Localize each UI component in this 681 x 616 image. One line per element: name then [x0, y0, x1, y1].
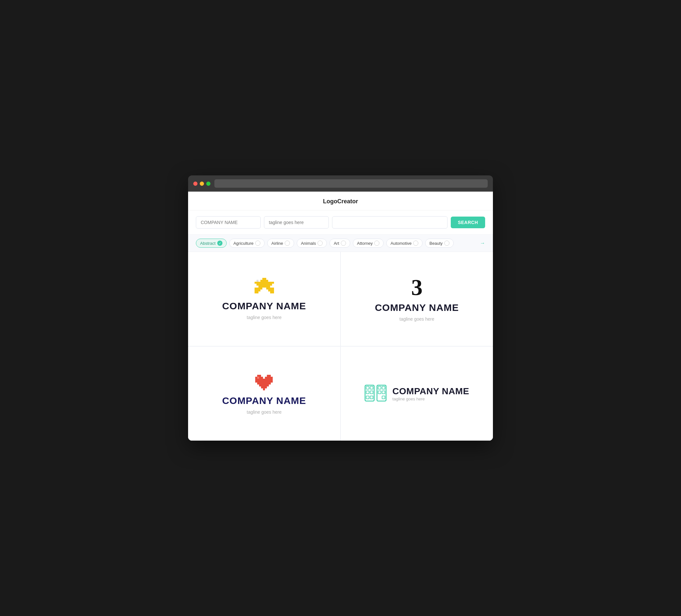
- filter-chip-agriculture[interactable]: Agriculture: [229, 239, 264, 248]
- traffic-lights: [193, 182, 210, 186]
- company-name-input[interactable]: [196, 216, 261, 229]
- tagline-input[interactable]: [264, 216, 329, 229]
- logo-4-text-group: COMPANY NAME tagline goes here: [393, 386, 469, 401]
- filter-chip-art[interactable]: Art: [329, 239, 350, 248]
- filter-label-airline: Airline: [272, 241, 283, 246]
- logo-card-4-inner: COMPANY NAME tagline goes here: [364, 384, 469, 403]
- check-icon-airline: [285, 240, 290, 246]
- svg-rect-36: [382, 396, 385, 399]
- browser-window: LogoCreator SEARCH Abstract ✓ Agricultur…: [188, 175, 493, 441]
- svg-rect-33: [382, 386, 385, 389]
- filter-chip-animals[interactable]: Animals: [297, 239, 327, 248]
- filter-chip-airline[interactable]: Airline: [267, 239, 294, 248]
- next-filters-arrow[interactable]: →: [480, 240, 485, 246]
- svg-rect-10: [270, 291, 274, 293]
- app-title: LogoCreator: [323, 198, 358, 205]
- logo-3-company: COMPANY NAME: [222, 395, 306, 406]
- check-icon-animals: [318, 240, 323, 246]
- logo-4-tagline: tagline goes here: [393, 396, 469, 401]
- filter-label-attorney: Attorney: [357, 241, 373, 246]
- svg-rect-17: [255, 379, 273, 381]
- svg-rect-4: [258, 286, 270, 288]
- svg-rect-27: [366, 391, 369, 393]
- svg-rect-7: [255, 289, 260, 291]
- logo-89-icon: [364, 384, 387, 403]
- filter-chip-attorney[interactable]: Attorney: [353, 239, 384, 248]
- filter-chip-abstract[interactable]: Abstract ✓: [196, 239, 227, 248]
- svg-rect-25: [366, 386, 369, 389]
- close-button[interactable]: [193, 182, 198, 186]
- svg-rect-30: [370, 396, 373, 399]
- pixel-star-icon: [255, 278, 274, 297]
- check-icon-automotive: [413, 240, 418, 246]
- filter-chip-automotive[interactable]: Automotive: [386, 239, 423, 248]
- svg-rect-2: [255, 282, 274, 284]
- logo-card-2[interactable]: 3 COMPANY NAME tagline goes here: [341, 252, 493, 346]
- check-icon-art: [341, 240, 346, 246]
- svg-rect-26: [370, 386, 373, 389]
- svg-rect-28: [370, 391, 373, 393]
- filter-label-art: Art: [334, 241, 339, 246]
- check-icon-abstract: ✓: [217, 240, 223, 246]
- svg-rect-1: [260, 280, 268, 282]
- svg-rect-20: [259, 385, 269, 386]
- filter-label-abstract: Abstract: [200, 241, 216, 246]
- svg-rect-32: [378, 386, 381, 389]
- keyword-search-input[interactable]: [332, 216, 448, 229]
- logo-4-company: COMPANY NAME: [393, 386, 469, 396]
- svg-rect-29: [366, 396, 369, 399]
- minimize-button[interactable]: [200, 182, 204, 186]
- logo-1-tagline: tagline goes here: [247, 315, 281, 320]
- logo-1-company: COMPANY NAME: [222, 301, 306, 312]
- svg-rect-34: [378, 391, 381, 393]
- svg-rect-19: [257, 383, 271, 385]
- filter-label-agriculture: Agriculture: [233, 241, 254, 246]
- filter-label-animals: Animals: [301, 241, 316, 246]
- svg-rect-22: [263, 388, 265, 390]
- logo-2-company: COMPANY NAME: [375, 302, 459, 313]
- filter-chip-beauty[interactable]: Beauty: [425, 239, 453, 248]
- svg-rect-11: [262, 278, 266, 280]
- check-icon-attorney: [374, 240, 379, 246]
- svg-rect-12: [256, 280, 258, 282]
- logo-card-3-inner: COMPANY NAME tagline goes here: [222, 373, 306, 415]
- svg-rect-16: [265, 377, 273, 379]
- check-icon-beauty: [444, 240, 450, 246]
- logo-3-tagline: tagline goes here: [247, 409, 281, 415]
- svg-rect-3: [256, 284, 272, 286]
- svg-rect-8: [268, 289, 274, 291]
- search-button[interactable]: SEARCH: [451, 216, 485, 228]
- svg-rect-5: [255, 288, 262, 289]
- app-header: LogoCreator: [188, 191, 493, 210]
- address-bar[interactable]: [215, 179, 488, 188]
- logo-2-tagline: tagline goes here: [400, 316, 434, 322]
- maximize-button[interactable]: [206, 182, 210, 186]
- logo-card-3[interactable]: COMPANY NAME tagline goes here: [188, 346, 340, 441]
- svg-rect-6: [266, 288, 274, 289]
- browser-chrome: [188, 175, 493, 191]
- svg-rect-9: [255, 291, 258, 293]
- check-icon-agriculture: [255, 240, 260, 246]
- logo-card-4[interactable]: COMPANY NAME tagline goes here: [341, 346, 493, 441]
- svg-rect-14: [267, 375, 271, 377]
- pixel-heart-icon: [255, 373, 273, 392]
- app-content: LogoCreator SEARCH Abstract ✓ Agricultur…: [188, 191, 493, 441]
- svg-rect-35: [382, 391, 385, 393]
- logo-card-2-inner: 3 COMPANY NAME tagline goes here: [375, 276, 459, 322]
- filter-label-beauty: Beauty: [429, 241, 442, 246]
- big-number-icon: 3: [411, 276, 423, 299]
- svg-rect-13: [257, 375, 261, 377]
- filter-label-automotive: Automotive: [390, 241, 411, 246]
- svg-rect-18: [255, 381, 273, 383]
- search-bar: SEARCH: [188, 210, 493, 235]
- logo-grid: COMPANY NAME tagline goes here 3 COMPANY…: [188, 252, 493, 441]
- svg-rect-23: [257, 377, 259, 379]
- svg-rect-21: [261, 386, 267, 388]
- logo-card-1-inner: COMPANY NAME tagline goes here: [222, 278, 306, 320]
- filter-bar: Abstract ✓ Agriculture Airline Animals A…: [188, 235, 493, 252]
- logo-card-1[interactable]: COMPANY NAME tagline goes here: [188, 252, 340, 346]
